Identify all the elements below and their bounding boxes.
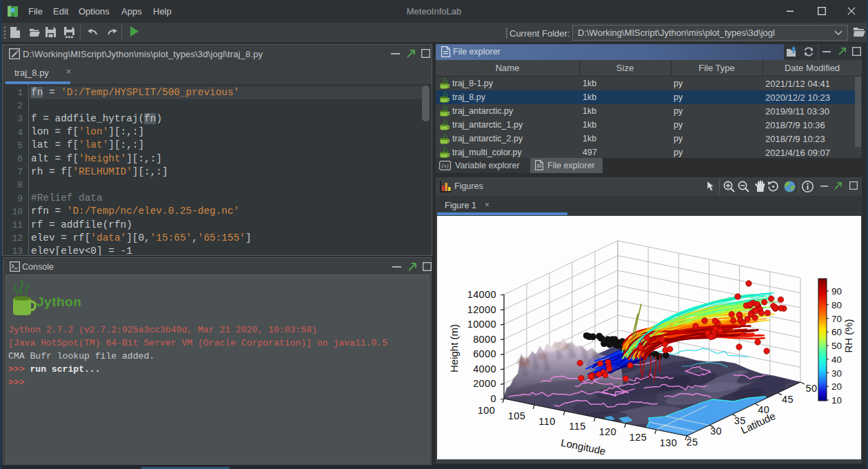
svg-text:50: 50: [831, 341, 842, 351]
svg-text:45: 45: [782, 394, 794, 405]
svg-text:Height (m): Height (m): [448, 324, 460, 372]
svg-text:10: 10: [831, 395, 842, 406]
svg-text:60: 60: [831, 327, 842, 337]
svg-text:110: 110: [538, 416, 555, 427]
svg-text:(x): (x): [442, 162, 449, 169]
svg-text:120: 120: [599, 426, 616, 437]
svg-text:4000: 4000: [473, 363, 496, 375]
svg-text:115: 115: [569, 421, 585, 432]
svg-text:30: 30: [831, 368, 842, 379]
svg-text:25: 25: [687, 437, 698, 448]
svg-text:20: 20: [831, 381, 842, 392]
svg-text:80: 80: [831, 300, 842, 310]
svg-text:RH (%): RH (%): [842, 319, 854, 352]
svg-text:40: 40: [831, 355, 842, 365]
svg-text:50: 50: [806, 383, 818, 394]
svg-text:90: 90: [831, 286, 842, 297]
svg-text:0: 0: [491, 393, 496, 404]
svg-text:130: 130: [660, 437, 677, 448]
svg-text:30: 30: [710, 426, 722, 437]
svg-text:70: 70: [831, 314, 842, 324]
svg-text:100: 100: [478, 405, 495, 416]
svg-text:10000: 10000: [467, 319, 496, 330]
svg-text:8000: 8000: [473, 334, 496, 345]
svg-text:2000: 2000: [473, 378, 496, 389]
svg-text:12000: 12000: [467, 304, 496, 315]
svg-text:105: 105: [508, 410, 525, 421]
svg-text:6000: 6000: [473, 348, 496, 359]
svg-text:14000: 14000: [467, 289, 496, 300]
svg-text:125: 125: [629, 432, 647, 443]
svg-text:Longitude: Longitude: [560, 437, 607, 457]
